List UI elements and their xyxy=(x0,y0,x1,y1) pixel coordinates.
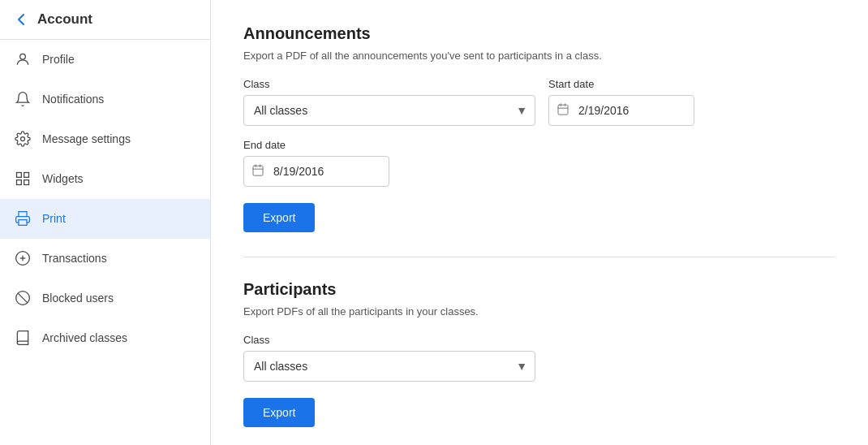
participants-class-select[interactable]: All classes xyxy=(243,351,535,382)
svg-rect-2 xyxy=(17,173,22,178)
announcements-form-row: Class All classes ▼ Start date xyxy=(243,78,836,187)
bell-icon xyxy=(15,91,31,107)
print-icon xyxy=(15,210,31,227)
book-icon xyxy=(15,330,31,346)
sidebar-item-archived-classes[interactable]: Archived classes xyxy=(0,318,210,358)
sidebar-item-print[interactable]: Print xyxy=(0,199,210,239)
participants-class-select-wrapper: All classes ▼ xyxy=(243,351,535,382)
back-arrow-icon xyxy=(15,12,29,27)
section-divider xyxy=(243,257,836,257)
participants-class-label: Class xyxy=(243,334,836,346)
block-icon xyxy=(15,290,31,306)
main-content: Announcements Export a PDF of all the an… xyxy=(211,0,868,445)
sidebar-label-widgets: Widgets xyxy=(42,172,84,185)
announcements-export-button[interactable]: Export xyxy=(243,203,315,232)
sidebar-item-widgets[interactable]: Widgets xyxy=(0,159,210,199)
svg-rect-4 xyxy=(17,180,22,185)
sidebar-label-print: Print xyxy=(42,212,66,225)
dollar-icon xyxy=(15,250,31,266)
svg-rect-3 xyxy=(24,173,29,178)
svg-line-11 xyxy=(18,293,28,303)
announcements-description: Export a PDF of all the announcements yo… xyxy=(243,50,836,62)
sidebar-label-blocked-users: Blocked users xyxy=(42,292,114,305)
announcements-class-group: Class All classes ▼ xyxy=(243,78,535,126)
svg-rect-6 xyxy=(19,220,27,226)
svg-rect-5 xyxy=(24,180,29,185)
sidebar-label-profile: Profile xyxy=(42,53,75,66)
account-header[interactable]: Account xyxy=(0,0,210,40)
sidebar-item-blocked-users[interactable]: Blocked users xyxy=(0,279,210,318)
announcements-class-label: Class xyxy=(243,78,535,90)
announcements-start-date-input[interactable] xyxy=(548,95,694,126)
sidebar-label-message-settings: Message settings xyxy=(42,132,131,145)
participants-class-group: Class All classes ▼ xyxy=(243,334,836,382)
svg-point-0 xyxy=(20,54,26,59)
announcements-class-select-wrapper: All classes ▼ xyxy=(243,95,535,126)
announcements-title: Announcements xyxy=(243,24,836,43)
sidebar-item-message-settings[interactable]: Message settings xyxy=(0,119,210,159)
announcements-start-date-label: Start date xyxy=(548,78,694,90)
sidebar-item-notifications[interactable]: Notifications xyxy=(0,80,210,119)
announcements-class-select[interactable]: All classes xyxy=(243,95,535,126)
gear-icon xyxy=(15,131,31,147)
participants-section: Participants Export PDFs of all the part… xyxy=(243,280,836,427)
participants-export-button[interactable]: Export xyxy=(243,398,315,427)
announcements-section: Announcements Export a PDF of all the an… xyxy=(243,24,836,232)
sidebar-label-transactions: Transactions xyxy=(42,252,107,265)
participants-description: Export PDFs of all the participants in y… xyxy=(243,305,836,318)
svg-point-1 xyxy=(21,137,25,141)
sidebar-item-transactions[interactable]: Transactions xyxy=(0,239,210,279)
announcements-start-date-wrapper xyxy=(548,95,694,126)
sidebar-label-notifications: Notifications xyxy=(42,93,104,106)
announcements-end-date-input[interactable] xyxy=(243,156,389,187)
widgets-icon xyxy=(15,171,31,187)
announcements-end-date-wrapper xyxy=(243,156,389,187)
sidebar-label-archived-classes: Archived classes xyxy=(42,331,127,344)
announcements-end-date-group: End date xyxy=(243,139,389,187)
participants-title: Participants xyxy=(243,280,836,299)
user-icon xyxy=(15,51,31,67)
sidebar-item-profile[interactable]: Profile xyxy=(0,40,210,80)
sidebar: Account Profile Notifications Message se… xyxy=(0,0,211,445)
announcements-end-date-label: End date xyxy=(243,139,389,151)
sidebar-title: Account xyxy=(37,11,92,28)
announcements-start-date-group: Start date xyxy=(548,78,694,126)
